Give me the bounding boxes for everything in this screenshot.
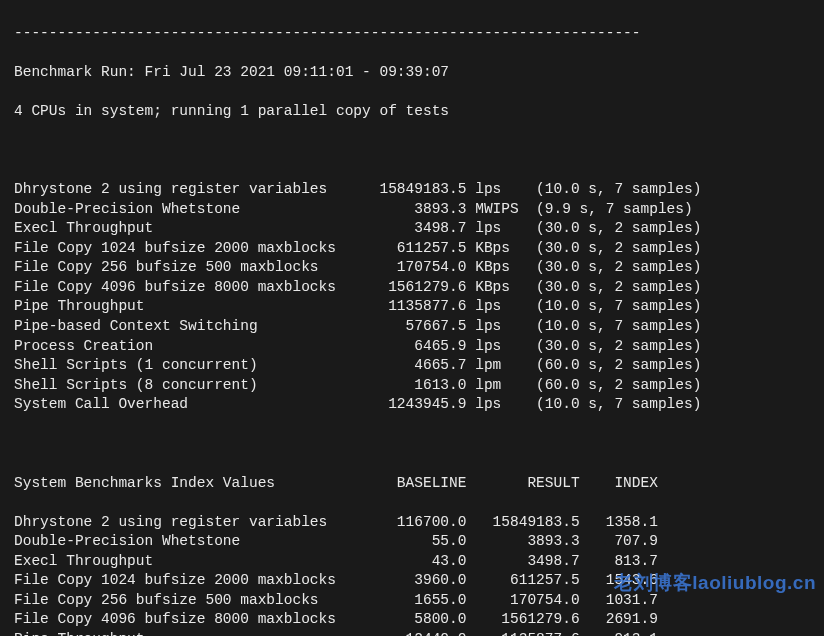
test-result-row: File Copy 4096 bufsize 8000 maxblocks 15… (14, 278, 814, 298)
test-results-block: Dhrystone 2 using register variables 158… (14, 180, 814, 415)
divider-top: ----------------------------------------… (14, 24, 814, 44)
index-value-row: Double-Precision Whetstone 55.0 3893.3 7… (14, 532, 814, 552)
test-result-row: File Copy 1024 bufsize 2000 maxblocks 61… (14, 239, 814, 259)
test-result-row: Pipe Throughput 1135877.6 lps (10.0 s, 7… (14, 297, 814, 317)
index-value-row: Pipe Throughput 12440.0 1135877.6 913.1 (14, 630, 814, 636)
test-result-row: Double-Precision Whetstone 3893.3 MWIPS … (14, 200, 814, 220)
index-header-line: System Benchmarks Index Values BASELINE … (14, 474, 814, 494)
system-info-line: 4 CPUs in system; running 1 parallel cop… (14, 102, 814, 122)
test-result-row: Shell Scripts (8 concurrent) 1613.0 lpm … (14, 376, 814, 396)
blank-line (14, 434, 814, 454)
test-result-row: Pipe-based Context Switching 57667.5 lps… (14, 317, 814, 337)
index-values-block: Dhrystone 2 using register variables 116… (14, 513, 814, 636)
test-result-row: Shell Scripts (1 concurrent) 4665.7 lpm … (14, 356, 814, 376)
index-value-row: File Copy 256 bufsize 500 maxblocks 1655… (14, 591, 814, 611)
test-result-row: Execl Throughput 3498.7 lps (30.0 s, 2 s… (14, 219, 814, 239)
index-value-row: File Copy 4096 bufsize 8000 maxblocks 58… (14, 610, 814, 630)
index-value-row: Execl Throughput 43.0 3498.7 813.7 (14, 552, 814, 572)
blank-line (14, 141, 814, 161)
index-value-row: File Copy 1024 bufsize 2000 maxblocks 39… (14, 571, 814, 591)
test-result-row: File Copy 256 bufsize 500 maxblocks 1707… (14, 258, 814, 278)
index-value-row: Dhrystone 2 using register variables 116… (14, 513, 814, 533)
benchmark-run-line: Benchmark Run: Fri Jul 23 2021 09:11:01 … (14, 63, 814, 83)
terminal-output: ----------------------------------------… (0, 0, 824, 636)
test-result-row: Process Creation 6465.9 lps (30.0 s, 2 s… (14, 337, 814, 357)
test-result-row: Dhrystone 2 using register variables 158… (14, 180, 814, 200)
test-result-row: System Call Overhead 1243945.9 lps (10.0… (14, 395, 814, 415)
